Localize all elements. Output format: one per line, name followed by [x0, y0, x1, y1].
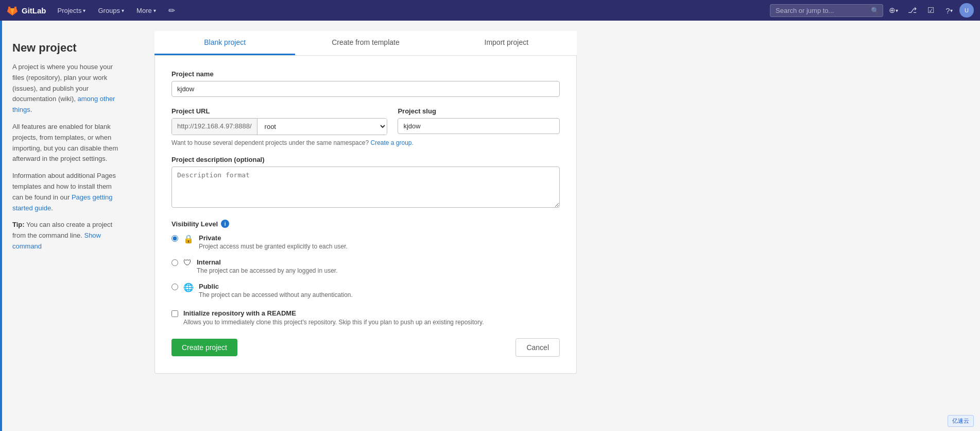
issues-icon[interactable]: ☑ — [922, 2, 939, 19]
project-url-label: Project URL — [171, 107, 387, 115]
cancel-button[interactable]: Cancel — [515, 338, 560, 357]
navbar-right: 🔍 ⊕ ▾ ⎇ ☑ ? ▾ U — [770, 2, 974, 19]
visibility-public-option: 🌐 Public The project can be accessed wit… — [171, 283, 560, 299]
visibility-public-desc: The project can be accessed without any … — [199, 291, 353, 299]
left-info-panel: New project A project is where you house… — [0, 21, 134, 431]
merge-requests-icon[interactable]: ⎇ — [904, 2, 920, 19]
create-project-button[interactable]: Create project — [171, 339, 237, 356]
description-para-2: All features are enabled for blank proje… — [12, 122, 122, 164]
description-group: Project description (optional) — [171, 156, 560, 209]
gitlab-logo-icon — [6, 4, 19, 16]
button-row: Create project Cancel — [171, 338, 560, 357]
page-title: New project — [12, 41, 122, 55]
brand[interactable]: GitLab — [6, 4, 46, 16]
visibility-public-radio[interactable] — [171, 284, 178, 290]
nav-groups[interactable]: Groups ▾ — [93, 0, 129, 21]
description-label: Project description (optional) — [171, 156, 560, 163]
search-wrapper: 🔍 — [770, 4, 883, 17]
left-border — [0, 21, 2, 431]
tip-para: Tip: You can also create a project from … — [12, 220, 122, 252]
projects-chevron-icon: ▾ — [83, 8, 85, 13]
visibility-public-label: Public — [199, 283, 353, 290]
visibility-private-option: 🔒 Private Project access must be granted… — [171, 234, 560, 250]
tab-create-from-template[interactable]: Create from template — [295, 31, 436, 55]
navbar: GitLab Projects ▾ Groups ▾ More ▾ ✏ 🔍 ⊕ … — [0, 0, 980, 21]
url-slug-row: Project URL http://192.168.4.97:8888/ ro… — [171, 107, 560, 135]
project-url-group: Project URL http://192.168.4.97:8888/ ro… — [171, 107, 387, 135]
visibility-public-label-desc: Public The project can be accessed witho… — [199, 283, 353, 299]
project-slug-input[interactable] — [398, 118, 560, 134]
search-input[interactable] — [770, 4, 883, 17]
init-readme-row: Initialize repository with a README Allo… — [171, 309, 560, 326]
project-tabs: Blank project Create from template Impor… — [154, 31, 577, 56]
search-icon: 🔍 — [871, 7, 879, 14]
visibility-internal-label: Internal — [197, 258, 338, 266]
nav-edit-icon[interactable]: ✏ — [163, 0, 180, 21]
avatar[interactable]: U — [959, 3, 974, 18]
visibility-private-label-desc: Private Project access must be granted e… — [199, 234, 348, 250]
main-content: Blank project Create from template Impor… — [134, 21, 597, 431]
lock-icon: 🔒 — [183, 234, 194, 244]
init-readme-desc: Allows you to immediately clone this pro… — [183, 319, 484, 326]
page-wrapper: New project A project is where you house… — [0, 21, 980, 431]
brand-name: GitLab — [22, 6, 46, 15]
visibility-label-row: Visibility Level i — [171, 220, 560, 228]
init-readme-label[interactable]: Initialize repository with a README — [183, 309, 296, 317]
description-para-3: Information about additional Pages templ… — [12, 171, 122, 213]
project-slug-group: Project slug — [398, 107, 560, 135]
namespace-select[interactable]: root — [257, 119, 387, 135]
description-input[interactable] — [171, 167, 560, 208]
group-hint: Want to house several dependent projects… — [171, 139, 560, 146]
create-new-button[interactable]: ⊕ ▾ — [885, 2, 902, 19]
shield-icon: 🛡 — [183, 258, 192, 268]
visibility-private-desc: Project access must be granted explicitl… — [199, 243, 348, 250]
init-readme-checkbox[interactable] — [171, 310, 178, 317]
visibility-group: Visibility Level i 🔒 Private Project acc… — [171, 220, 560, 299]
visibility-info-icon[interactable]: i — [221, 220, 229, 228]
more-chevron-icon: ▾ — [153, 8, 156, 13]
description-para-1: A project is where you house your files … — [12, 62, 122, 115]
help-icon[interactable]: ? ▾ — [941, 2, 957, 19]
tab-import-project[interactable]: Import project — [436, 31, 577, 55]
create-group-link[interactable]: Create a group. — [370, 139, 413, 146]
visibility-label: Visibility Level — [171, 220, 218, 228]
project-name-group: Project name — [171, 70, 560, 97]
init-readme-label-desc: Initialize repository with a README Allo… — [183, 309, 484, 326]
visibility-internal-radio[interactable] — [171, 259, 178, 266]
globe-icon: 🌐 — [183, 283, 194, 292]
visibility-private-radio[interactable] — [171, 235, 178, 242]
groups-chevron-icon: ▾ — [122, 8, 124, 13]
visibility-internal-desc: The project can be accessed by any logge… — [197, 267, 338, 274]
form-panel: Project name Project URL http://192.168.… — [154, 56, 577, 374]
bottom-badge: 亿速云 — [948, 415, 974, 427]
nav-projects[interactable]: Projects ▾ — [53, 0, 91, 21]
url-input-row: http://192.168.4.97:8888/ root — [171, 118, 387, 135]
tab-blank-project[interactable]: Blank project — [154, 31, 295, 55]
project-slug-label: Project slug — [398, 107, 560, 115]
visibility-private-label: Private — [199, 234, 348, 242]
visibility-internal-label-desc: Internal The project can be accessed by … — [197, 258, 338, 274]
project-name-input[interactable] — [171, 81, 560, 97]
visibility-internal-option: 🛡 Internal The project can be accessed b… — [171, 258, 560, 274]
nav-more[interactable]: More ▾ — [131, 0, 161, 21]
url-prefix: http://192.168.4.97:8888/ — [172, 119, 257, 135]
project-name-label: Project name — [171, 70, 560, 78]
